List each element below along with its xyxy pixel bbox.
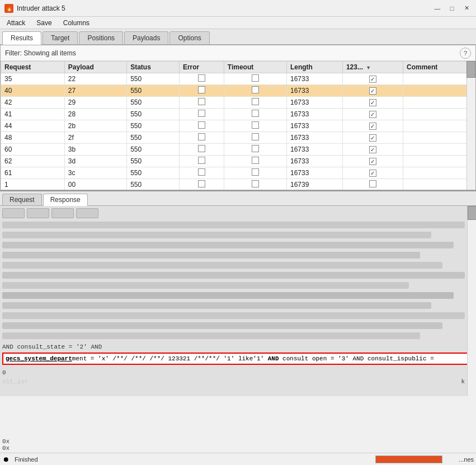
- cell-timeout[interactable]: [224, 179, 286, 190]
- cell-length: 16733: [286, 109, 342, 120]
- table-row[interactable]: 623d55016733: [1, 156, 475, 167]
- cell-request: 1: [1, 179, 65, 190]
- sql-line-below1: 0: [2, 369, 6, 376]
- tab-positions[interactable]: Positions: [79, 31, 123, 44]
- status-icon: ⏺: [2, 455, 10, 463]
- cell-status: 550: [127, 179, 180, 190]
- cell-comment: [403, 167, 475, 179]
- col-header-status[interactable]: Status: [127, 62, 180, 73]
- progress-bar: [375, 455, 442, 463]
- table-scroll-area[interactable]: Request Payload Status Error Timeout Len…: [1, 61, 475, 190]
- cell-123[interactable]: [342, 132, 403, 144]
- cell-123[interactable]: [342, 167, 403, 179]
- table-row[interactable]: 613c55016733: [1, 167, 475, 179]
- cell-timeout[interactable]: [224, 144, 286, 156]
- cell-123[interactable]: [342, 179, 403, 190]
- cell-123[interactable]: [342, 97, 403, 109]
- cell-123[interactable]: [342, 156, 403, 167]
- close-button[interactable]: ✕: [461, 3, 472, 13]
- maximize-button[interactable]: □: [447, 3, 457, 13]
- table-row[interactable]: 442b55016733: [1, 120, 475, 132]
- cell-123[interactable]: [342, 73, 403, 85]
- response-scrollbar-thumb[interactable]: [468, 206, 476, 220]
- blur-line-5: [2, 262, 442, 269]
- table-row[interactable]: 10055016739: [1, 179, 475, 190]
- table-row[interactable]: 422955016733: [1, 97, 475, 109]
- sql-k-label: k: [461, 378, 465, 385]
- col-header-timeout[interactable]: Timeout: [224, 62, 286, 73]
- tab-response[interactable]: Response: [43, 194, 88, 206]
- cell-payload: 22: [64, 73, 126, 85]
- tab-options[interactable]: Options: [169, 31, 209, 44]
- toolbar-btn-2[interactable]: [27, 208, 49, 218]
- filter-bar: Filter: Showing all items ?: [1, 45, 475, 61]
- cell-error[interactable]: [179, 109, 224, 120]
- toolbar-btn-3[interactable]: [51, 208, 74, 218]
- cell-error[interactable]: [179, 179, 224, 190]
- cell-timeout[interactable]: [224, 167, 286, 179]
- menu-attack[interactable]: Attack: [2, 18, 30, 28]
- toolbar-btn-4[interactable]: [76, 208, 98, 218]
- cell-length: 16733: [286, 73, 342, 85]
- toolbar-btn-1[interactable]: [2, 208, 25, 218]
- col-header-error[interactable]: Error: [179, 62, 224, 73]
- cell-123[interactable]: [342, 85, 403, 97]
- cell-123[interactable]: [342, 144, 403, 156]
- vertical-scrollbar[interactable]: [466, 61, 475, 190]
- table-row[interactable]: 603b55016733: [1, 144, 475, 156]
- cell-error[interactable]: [179, 120, 224, 132]
- tab-request[interactable]: Request: [2, 194, 42, 205]
- cell-123[interactable]: [342, 109, 403, 120]
- cell-length: 16733: [286, 120, 342, 132]
- cell-timeout[interactable]: [224, 85, 286, 97]
- sql-bold-and: AND: [268, 355, 279, 362]
- cell-timeout[interactable]: [224, 156, 286, 167]
- table-row[interactable]: 402755016733: [1, 85, 475, 97]
- table-row[interactable]: 412855016733: [1, 109, 475, 120]
- table-row[interactable]: 352255016733: [1, 73, 475, 85]
- cell-error[interactable]: [179, 167, 224, 179]
- tab-target[interactable]: Target: [43, 31, 78, 44]
- cell-error[interactable]: [179, 73, 224, 85]
- bottom-pane: Request Response AND consult_state = '2'…: [0, 190, 476, 396]
- cell-payload: 3c: [64, 167, 126, 179]
- cell-timeout[interactable]: [224, 132, 286, 144]
- cell-timeout[interactable]: [224, 109, 286, 120]
- window-title: Intruder attack 5: [17, 4, 65, 12]
- cell-123[interactable]: [342, 120, 403, 132]
- sql-box-text-part4: onsult open = '3' AND consult_ispublic =: [286, 355, 434, 362]
- response-scrollbar[interactable]: [467, 206, 476, 396]
- cell-error[interactable]: [179, 85, 224, 97]
- cell-error[interactable]: [179, 132, 224, 144]
- minimize-button[interactable]: —: [432, 3, 442, 13]
- scrollbar-thumb[interactable]: [466, 61, 475, 78]
- blur-line-4: [2, 252, 420, 259]
- table-row[interactable]: 482f55016733: [1, 132, 475, 144]
- cell-error[interactable]: [179, 97, 224, 109]
- progress-fill: [376, 456, 442, 463]
- tab-results[interactable]: Results: [2, 31, 41, 45]
- col-header-123[interactable]: 123... ▼: [342, 62, 403, 73]
- sql-box-text-part2: ment = 'x' /**/ /**/ /**/ 123321 /**/**/…: [72, 355, 268, 362]
- cell-error[interactable]: [179, 144, 224, 156]
- col-header-payload[interactable]: Payload: [64, 62, 126, 73]
- col-header-length[interactable]: Length: [286, 62, 342, 73]
- cell-error[interactable]: [179, 156, 224, 167]
- cell-timeout[interactable]: [224, 120, 286, 132]
- blur-line-9: [2, 302, 431, 309]
- blur-line-1: [2, 222, 465, 228]
- cell-comment: [403, 132, 475, 144]
- cell-request: 41: [1, 109, 65, 120]
- sql-context-area: AND consult_state = '2' AND: [2, 342, 465, 353]
- filter-help-button[interactable]: ?: [460, 48, 471, 59]
- cell-timeout[interactable]: [224, 73, 286, 85]
- cell-timeout[interactable]: [224, 97, 286, 109]
- tab-payloads[interactable]: Payloads: [124, 31, 168, 44]
- cell-request: 61: [1, 167, 65, 179]
- cell-request: 60: [1, 144, 65, 156]
- col-header-request[interactable]: Request: [1, 62, 65, 73]
- col-header-comment[interactable]: Comment: [403, 62, 475, 73]
- blur-line-2: [2, 232, 431, 238]
- menu-columns[interactable]: Columns: [59, 18, 94, 28]
- menu-save[interactable]: Save: [32, 18, 56, 28]
